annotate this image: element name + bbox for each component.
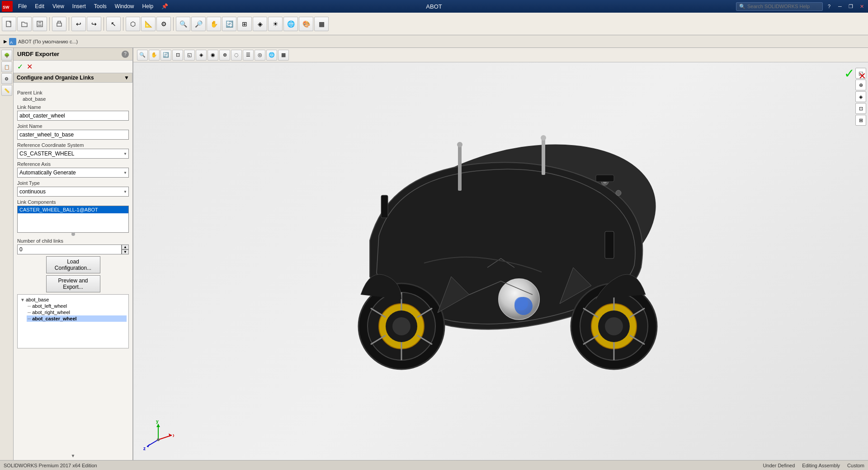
minimize-button[interactable]: ─ (835, 3, 844, 10)
view-scene-button[interactable]: 🌐 (283, 17, 298, 31)
view-pan-button[interactable]: ✋ (207, 17, 221, 31)
vp-display5-btn[interactable]: ◌ (231, 50, 242, 61)
save-button[interactable] (33, 17, 47, 31)
urdf-confirm-button[interactable]: ✓ (17, 62, 23, 71)
toolbar-sep-2 (69, 17, 69, 31)
scroll-down-arrow[interactable]: ▼ (71, 453, 75, 458)
icon-strip: 🌳 📋 ⚙ 📏 (0, 48, 14, 460)
tree-panel: ▼ abot_base ─ abot_left_wheel ─ abot_rig… (17, 294, 129, 348)
vp-zoom-btn[interactable]: 🔍 (137, 50, 148, 61)
vp-display1-btn[interactable]: ◱ (184, 50, 195, 61)
joint-name-label: Joint Name (17, 123, 129, 129)
tree-child-left-wheel[interactable]: ─ abot_left_wheel (27, 303, 127, 309)
view-zoom-button[interactable]: 🔎 (191, 17, 206, 31)
configure-links-collapse-icon: ▼ (124, 75, 129, 81)
vp-display3-btn[interactable]: ◉ (208, 50, 218, 61)
tree-root-item[interactable]: ▼ abot_base (19, 296, 127, 303)
axis-indicator: x y z (142, 419, 170, 446)
num-child-down[interactable]: ▼ (122, 249, 129, 254)
dim-expert-btn[interactable]: 📏 (1, 85, 12, 96)
link-components-empty-area (18, 213, 128, 231)
config-manager-btn[interactable]: ⚙ (1, 73, 12, 84)
menu-edit[interactable]: Edit (31, 2, 48, 10)
panel-bottom-scroll: ▼ (14, 451, 132, 460)
menu-view[interactable]: View (49, 2, 68, 10)
nav-assembly-name: ABOT (По умолчанию с...) (18, 39, 78, 44)
toolbar-sep-4 (123, 17, 123, 31)
select-button[interactable]: ↖ (106, 17, 121, 31)
tool1-button[interactable]: ⬡ (126, 17, 140, 31)
view-orient-button[interactable]: 🔍 (176, 17, 190, 31)
statusbar-defined: Under Defined (763, 463, 795, 468)
open-button[interactable] (17, 17, 32, 31)
joint-name-input[interactable] (17, 130, 129, 140)
menu-file[interactable]: File (14, 2, 30, 10)
urdf-help-button[interactable]: ? (122, 51, 129, 58)
svg-rect-43 (605, 231, 614, 258)
vp-display4-btn[interactable]: ⊕ (219, 50, 230, 61)
view-section-button[interactable]: ⊞ (237, 17, 252, 31)
link-components-list[interactable]: CASTER_WHEEL_BALL-1@ABOT (17, 206, 129, 233)
nav-bar: ▶ A ABOT (По умолчанию с...) (0, 35, 868, 48)
link-name-label: Link Name (17, 104, 129, 110)
viewport[interactable]: 🔍 ✋ 🔄 ⊡ ◱ ◈ ◉ ⊕ ◌ ☰ ◎ 🌐 ▦ ✓ ✕ ◱ ⊕ ◈ ⊡ ⊞ (133, 48, 868, 460)
view-more-button[interactable]: ▦ (314, 17, 329, 31)
robot-3d-view (133, 66, 868, 460)
menu-tools[interactable]: Tools (90, 2, 110, 10)
window-title: ABOT (426, 3, 442, 10)
urdf-cancel-button[interactable]: ✕ (27, 62, 33, 71)
view-lights-button[interactable]: ☀ (268, 17, 283, 31)
link-name-input[interactable] (17, 111, 129, 121)
configure-links-section[interactable]: Configure and Organize Links ▼ (14, 73, 132, 83)
tree-child-caster-wheel[interactable]: ─ abot_caster_wheel (27, 315, 127, 322)
vp-extras-btn[interactable]: ▦ (278, 50, 289, 61)
joint-type-label: Joint Type (17, 180, 129, 186)
tool3-button[interactable]: ⚙ (156, 17, 171, 31)
num-child-wrapper: ▲ ▼ (17, 244, 129, 254)
svg-text:y: y (156, 419, 159, 424)
ref-axis-select[interactable]: Automatically Generate (17, 168, 129, 178)
menu-window[interactable]: Window (111, 2, 138, 10)
search-input[interactable] (747, 4, 820, 9)
print-button[interactable] (52, 17, 66, 31)
close-button[interactable]: ✕ (857, 3, 866, 10)
joint-type-select[interactable]: continuous (17, 187, 129, 197)
view-rotate-button[interactable]: 🔄 (222, 17, 236, 31)
tool2-button[interactable]: 📐 (141, 17, 156, 31)
feature-tree-btn[interactable]: 🌳 (1, 50, 12, 61)
view-display-button[interactable]: ◈ (253, 17, 267, 31)
tree-root-label: abot_base (26, 297, 49, 302)
menu-insert[interactable]: Insert (69, 2, 90, 10)
vp-rotate-btn[interactable]: 🔄 (160, 50, 171, 61)
ref-coord-select[interactable]: CS_CASTER_WHEEL (17, 149, 129, 159)
preview-export-button[interactable]: Preview and Export... (46, 275, 100, 292)
new-button[interactable] (2, 17, 16, 31)
link-component-item-selected[interactable]: CASTER_WHEEL_BALL-1@ABOT (18, 206, 128, 213)
vp-section-btn[interactable]: ⊡ (172, 50, 183, 61)
view-color-button[interactable]: 🎨 (299, 17, 313, 31)
vp-display2-btn[interactable]: ◈ (196, 50, 207, 61)
undo-button[interactable]: ↩ (71, 17, 86, 31)
tree-child-right-wheel[interactable]: ─ abot_right_wheel (27, 309, 127, 315)
vp-render-btn[interactable]: 🌐 (266, 50, 277, 61)
help-button[interactable]: ? (825, 3, 834, 10)
vp-pan-btn[interactable]: ✋ (149, 50, 160, 61)
vp-display6-btn[interactable]: ☰ (243, 50, 254, 61)
viewport-confirm-button[interactable]: ✓ (844, 66, 854, 81)
statusbar: SOLIDWORKS Premium 2017 x64 Edition Unde… (0, 460, 868, 470)
menu-pin[interactable]: 📌 (158, 2, 172, 10)
num-child-input[interactable] (17, 244, 122, 254)
tree-child-label-1: abot_left_wheel (32, 303, 67, 309)
viewport-cancel-button[interactable]: ✕ (859, 70, 866, 81)
nav-expand-arrow[interactable]: ▶ (2, 38, 9, 45)
main-layout: 🌳 📋 ⚙ 📏 URDF Exporter ? ✓ ✕ Configure (0, 48, 868, 460)
load-config-button[interactable]: Load Configuration... (46, 256, 100, 273)
property-manager-btn[interactable]: 📋 (1, 61, 12, 72)
num-child-up[interactable]: ▲ (122, 244, 129, 249)
redo-button[interactable]: ↪ (87, 17, 101, 31)
menu-help[interactable]: Help (139, 2, 157, 10)
num-child-label: Number of child links (17, 238, 129, 244)
solidworks-logo: SW (2, 1, 13, 12)
vp-display7-btn[interactable]: ◎ (255, 50, 265, 61)
restore-button[interactable]: ❐ (846, 3, 855, 10)
